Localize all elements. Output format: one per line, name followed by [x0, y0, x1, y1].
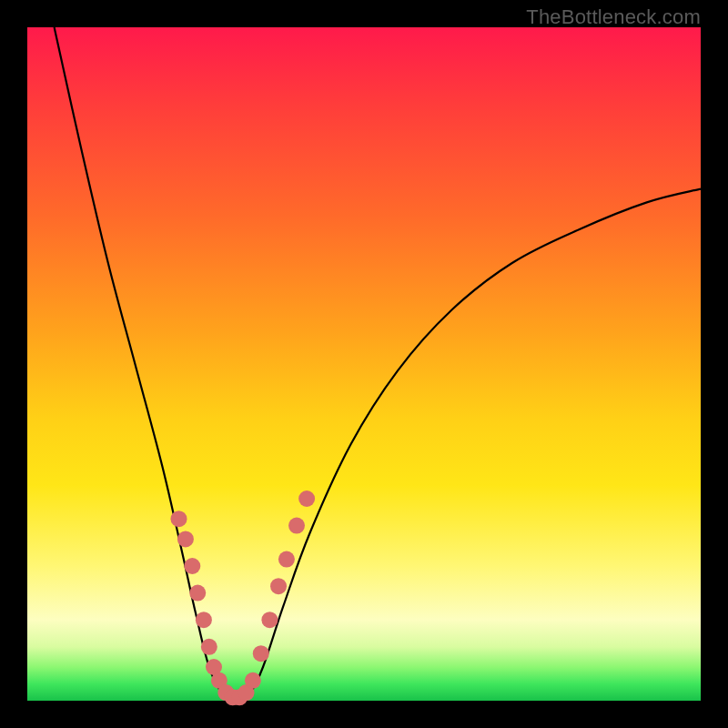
- marker-dot: [278, 551, 295, 568]
- chart-frame: TheBottleneck.com: [0, 0, 728, 728]
- marker-dot: [298, 490, 315, 507]
- marker-dot: [189, 585, 206, 602]
- marker-dot: [270, 578, 287, 594]
- marker-dot: [253, 645, 269, 662]
- marker-dot: [261, 612, 278, 628]
- marker-dot: [177, 531, 194, 547]
- marker-dot: [171, 511, 187, 527]
- marker-dot: [288, 518, 305, 534]
- marker-dot: [196, 612, 212, 628]
- chart-svg: [27, 27, 701, 701]
- plot-area: [27, 27, 701, 701]
- highlighted-points: [171, 490, 316, 705]
- watermark-text: TheBottleneck.com: [526, 5, 701, 29]
- marker-dot: [201, 639, 217, 655]
- bottleneck-curve: [55, 27, 701, 701]
- marker-dot: [245, 672, 261, 689]
- marker-dot: [184, 558, 200, 574]
